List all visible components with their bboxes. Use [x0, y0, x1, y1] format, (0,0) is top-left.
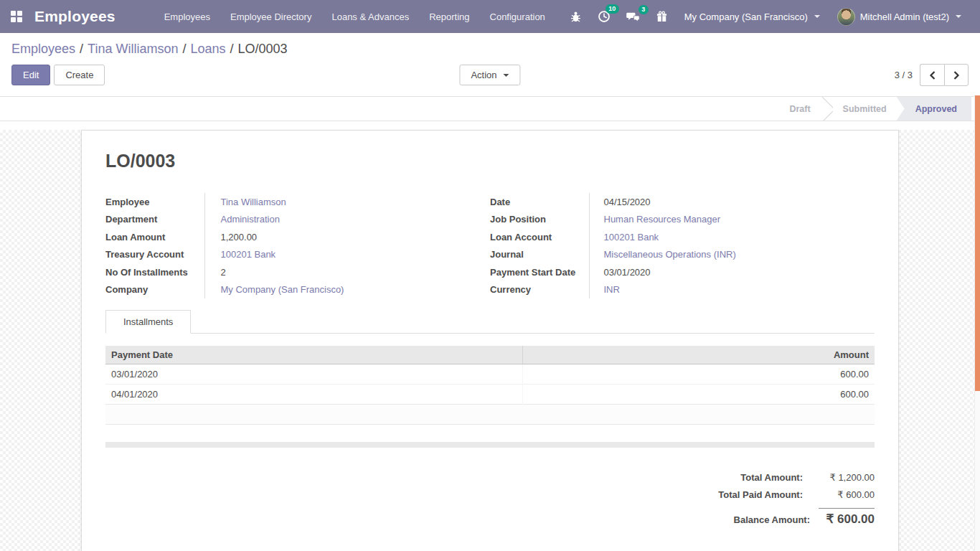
- balance-amount-row: Balance Amount: ₹ 600.00: [734, 507, 875, 527]
- apps-grid-square: [17, 17, 22, 22]
- apps-grid-square: [17, 11, 22, 16]
- breadcrumb-employee[interactable]: Tina Williamson: [88, 42, 178, 56]
- app-title[interactable]: Employees: [34, 8, 116, 25]
- create-button[interactable]: Create: [54, 65, 105, 85]
- total-amount-label: Total Amount:: [740, 472, 803, 483]
- total-amount-row: Total Amount: ₹ 1,200.00: [740, 472, 875, 483]
- field-label: Department: [105, 211, 204, 229]
- navbar-systray: 10 3 My Company (San Francisco) Mitch: [563, 4, 969, 30]
- column-header-payment-date[interactable]: Payment Date: [105, 346, 522, 364]
- pager-previous-button[interactable]: [920, 64, 944, 86]
- field-label: Job Position: [490, 211, 589, 229]
- field-value-currency[interactable]: INR: [604, 284, 620, 295]
- total-amount-value: ₹ 1,200.00: [811, 472, 875, 483]
- status-step-submitted[interactable]: Submitted: [833, 97, 897, 121]
- breadcrumb-separator: /: [178, 42, 190, 56]
- field-row-job-position: Job Position Human Resources Manager: [490, 211, 875, 229]
- user-name: Mitchell Admin (test2): [860, 11, 949, 22]
- balance-amount-label: Balance Amount:: [734, 514, 810, 525]
- menu-employees[interactable]: Employees: [157, 7, 217, 27]
- table-row[interactable]: 03/01/2020 600.00: [105, 364, 875, 385]
- breadcrumb-current: LO/0003: [238, 42, 288, 56]
- field-label: Employee: [105, 193, 204, 211]
- field-groups: Employee Tina Williamson Department Admi…: [105, 193, 875, 298]
- field-value-installments-count: 2: [221, 267, 226, 278]
- field-label: Payment Start Date: [490, 263, 589, 281]
- field-value-company[interactable]: My Company (San Francisco): [221, 284, 344, 295]
- field-row-installments-count: No Of Installments 2: [105, 263, 490, 281]
- company-name: My Company (San Francisco): [684, 11, 808, 22]
- field-label: Journal: [490, 246, 589, 264]
- action-menu-button[interactable]: Action: [459, 65, 520, 85]
- cell-payment-date: 04/01/2020: [105, 385, 522, 405]
- menu-loans-advances[interactable]: Loans & Advances: [324, 7, 416, 27]
- main-menu: Employees Employee Directory Loans & Adv…: [157, 7, 552, 27]
- activities-badge: 10: [606, 4, 619, 14]
- menu-reporting[interactable]: Reporting: [422, 7, 476, 27]
- table-row[interactable]: 04/01/2020 600.00: [105, 385, 875, 405]
- pager-value: 3 / 3: [895, 70, 913, 80]
- debug-bug-icon[interactable]: [563, 6, 588, 27]
- totals-block: Total Amount: ₹ 1,200.00 Total Paid Amou…: [105, 472, 875, 533]
- total-paid-amount-value: ₹ 600.00: [811, 489, 875, 500]
- control-panel: Employees/Tina Williamson/Loans/LO/0003 …: [0, 33, 980, 96]
- field-label: Date: [490, 193, 589, 211]
- field-label: Loan Account: [490, 228, 589, 246]
- apps-grid-square: [11, 17, 16, 22]
- tab-bar: Installments: [105, 310, 875, 334]
- scrollbar-track[interactable]: [974, 95, 980, 551]
- list-footer-strip: [105, 442, 875, 448]
- field-row-company: Company My Company (San Francisco): [105, 281, 490, 299]
- breadcrumb-loans[interactable]: Loans: [190, 42, 225, 56]
- field-row-employee: Employee Tina Williamson: [105, 193, 490, 211]
- breadcrumb-employees[interactable]: Employees: [11, 42, 75, 56]
- total-paid-amount-label: Total Paid Amount:: [718, 489, 803, 500]
- field-row-journal: Journal Miscellaneous Operations (INR): [490, 246, 875, 264]
- breadcrumb: Employees/Tina Williamson/Loans/LO/0003: [11, 40, 969, 62]
- apps-grid-square: [11, 11, 16, 16]
- cell-payment-date: 03/01/2020: [105, 364, 522, 385]
- field-label: Company: [105, 281, 204, 299]
- menu-employee-directory[interactable]: Employee Directory: [223, 7, 319, 27]
- notebook: Installments Payment Date Amount 03/01/2…: [105, 310, 875, 448]
- field-value-journal[interactable]: Miscellaneous Operations (INR): [604, 249, 736, 260]
- chevron-down-icon: [504, 74, 509, 77]
- pager: 3 / 3: [895, 64, 969, 86]
- field-value-job-position[interactable]: Human Resources Manager: [604, 214, 721, 225]
- field-label: No Of Installments: [105, 263, 204, 281]
- scrollbar-thumb[interactable]: [975, 95, 980, 391]
- menu-configuration[interactable]: Configuration: [483, 7, 552, 27]
- edit-button[interactable]: Edit: [11, 65, 50, 85]
- field-value-loan-amount: 1,200.00: [221, 232, 258, 242]
- field-value-treasury-account[interactable]: 100201 Bank: [221, 249, 276, 260]
- top-navbar: Employees Employees Employee Directory L…: [0, 0, 980, 33]
- balance-amount-value: ₹ 600.00: [819, 508, 875, 527]
- field-label: Treasury Account: [105, 246, 204, 264]
- tab-installments[interactable]: Installments: [105, 310, 191, 334]
- company-switcher[interactable]: My Company (San Francisco): [677, 7, 827, 27]
- field-value-date: 04/15/2020: [604, 197, 651, 207]
- field-row-date: Date 04/15/2020: [490, 193, 875, 211]
- messages-chat-icon[interactable]: 3: [620, 6, 646, 27]
- field-row-treasury-account: Treasury Account 100201 Bank: [105, 246, 490, 264]
- status-step-approved[interactable]: Approved: [897, 97, 971, 121]
- field-value-employee[interactable]: Tina Williamson: [221, 197, 286, 207]
- gift-icon[interactable]: [649, 6, 674, 27]
- apps-menu-icon[interactable]: [6, 6, 27, 27]
- activities-clock-icon[interactable]: 10: [591, 6, 617, 27]
- column-header-amount[interactable]: Amount: [522, 346, 875, 364]
- empty-row: [105, 405, 875, 425]
- user-menu[interactable]: Mitchell Admin (test2): [830, 4, 969, 30]
- field-value-department[interactable]: Administration: [221, 214, 280, 225]
- field-label: Loan Amount: [105, 228, 204, 246]
- avatar: [837, 8, 855, 26]
- field-value-loan-account[interactable]: 100201 Bank: [604, 232, 659, 242]
- record-title: LO/0003: [105, 151, 875, 171]
- pager-next-button[interactable]: [944, 64, 969, 86]
- breadcrumb-separator: /: [226, 42, 238, 56]
- form-sheet: LO/0003 Employee Tina Williamson Departm…: [81, 130, 899, 551]
- field-value-payment-start-date: 03/01/2020: [604, 267, 651, 278]
- installments-table: Payment Date Amount 03/01/2020 600.00 04…: [105, 346, 875, 425]
- status-step-draft[interactable]: Draft: [779, 97, 820, 121]
- chevron-down-icon: [956, 15, 961, 18]
